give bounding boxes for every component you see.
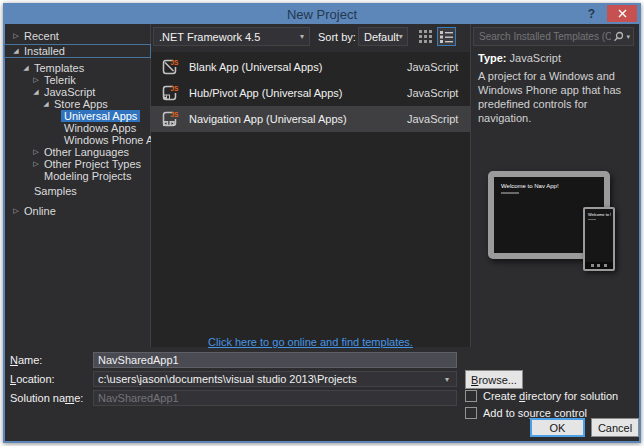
tree-item-label: Other Languages <box>41 146 132 158</box>
svg-text:JS: JS <box>171 85 180 92</box>
chevron-expanded-icon: ◢ <box>21 62 31 74</box>
close-icon <box>618 9 627 18</box>
tree-item-label: Installed <box>21 45 68 57</box>
chevron-right-icon: ▷ <box>31 74 41 86</box>
framework-dropdown-value: .NET Framework 4.5 <box>159 31 260 43</box>
solution-name-label: Solution name: <box>10 392 83 404</box>
search-box[interactable]: ▾ <box>473 27 634 46</box>
template-item-blank-app[interactable]: JS Blank App (Universal Apps) JavaScript <box>151 54 470 80</box>
svg-text:JS: JS <box>171 111 180 118</box>
tree-item-windows-apps[interactable]: Windows Apps <box>5 122 150 134</box>
tree-item-label: Windows Apps <box>61 122 139 134</box>
template-type-line: Type: JavaScript <box>478 52 561 64</box>
dialog-body: ▷ Recent ◢ Installed ◢ Templates ▷ Teler… <box>5 24 639 441</box>
template-details-panel: ▾ Type: JavaScript A project for a Windo… <box>470 24 639 350</box>
template-item-hub-pivot-app[interactable]: JS Hub/Pivot App (Universal Apps) JavaSc… <box>151 80 470 106</box>
create-directory-checkbox[interactable] <box>465 390 477 402</box>
template-name: Blank App (Universal Apps) <box>189 61 322 73</box>
add-source-control-checkbox[interactable] <box>465 407 477 419</box>
tree-item-label: Modeling Projects <box>41 170 134 182</box>
ok-button[interactable]: OK <box>530 418 585 437</box>
list-view-icon <box>440 30 453 43</box>
tree-item-other-languages[interactable]: ▷ Other Languages <box>5 146 150 158</box>
preview-title: Welcome to Nav App! <box>585 209 611 217</box>
chevron-right-icon: ▷ <box>31 146 41 158</box>
tree-item-store-apps[interactable]: ◢ Store Apps <box>5 98 150 110</box>
preview-subtext-line <box>588 219 596 220</box>
tree-item-windows-phone-apps[interactable]: Windows Phone Apps <box>5 134 150 146</box>
template-name-selected: Navigation App (Universal Apps) <box>189 113 347 125</box>
close-button[interactable] <box>607 5 637 22</box>
new-project-dialog: New Project ? ▷ Recent ◢ Installed ◢ Tem… <box>3 3 641 443</box>
chevron-down-icon[interactable]: ▾ <box>445 375 449 384</box>
chevron-expanded-icon: ◢ <box>41 98 51 110</box>
create-directory-label[interactable]: Create directory for solution <box>483 390 618 402</box>
tree-item-label: Online <box>21 205 59 217</box>
tree-item-label: JavaScript <box>41 86 98 98</box>
project-name-input[interactable] <box>93 352 457 368</box>
framework-dropdown[interactable]: .NET Framework 4.5 ▾ <box>153 27 310 46</box>
tree-item-label: Templates <box>31 62 87 74</box>
tree-item-installed[interactable]: ◢ Installed <box>5 45 150 57</box>
tree-item-label: Recent <box>21 30 62 42</box>
sort-dropdown-value: Default <box>364 31 399 43</box>
location-label: Location: <box>10 373 55 385</box>
tree-item-label: Telerik <box>41 74 79 86</box>
tree-item-javascript[interactable]: ◢ JavaScript <box>5 86 150 98</box>
template-category-tree: ▷ Recent ◢ Installed ◢ Templates ▷ Teler… <box>5 24 150 217</box>
tree-item-modeling-projects[interactable]: Modeling Projects <box>5 170 150 182</box>
tree-item-online[interactable]: ▷ Online <box>5 205 150 217</box>
phone-search-icon <box>604 264 607 267</box>
go-online-templates-link[interactable]: Click here to go online and find templat… <box>151 336 470 348</box>
tree-item-templates[interactable]: ◢ Templates <box>5 62 150 74</box>
template-language: JavaScript <box>407 87 458 99</box>
sort-dropdown[interactable]: Default ▾ <box>358 27 408 46</box>
tree-item-other-project-types[interactable]: ▷ Other Project Types <box>5 158 150 170</box>
tree-item-label: Store Apps <box>51 98 111 110</box>
chevron-right-icon: ▷ <box>11 30 21 42</box>
tree-item-telerik[interactable]: ▷ Telerik <box>5 74 150 86</box>
sort-by-label: Sort by: <box>318 31 356 43</box>
tree-item-samples[interactable]: Samples <box>5 185 150 197</box>
chevron-right-icon: ▷ <box>11 205 21 217</box>
chevron-right-icon: ▷ <box>31 158 41 170</box>
solution-name-input[interactable] <box>93 390 457 406</box>
template-description: A project for a Windows and Windows Phon… <box>478 69 630 125</box>
template-item-navigation-app[interactable]: JS Navigation App (Universal Apps) JavaS… <box>151 106 470 132</box>
search-icon <box>613 31 624 42</box>
template-list-panel: .NET Framework 4.5 ▾ Sort by: Default ▾ <box>150 24 470 350</box>
phone-start-icon <box>597 264 600 267</box>
cancel-button[interactable]: Cancel <box>591 418 639 437</box>
tree-item-label-selected: Universal Apps <box>61 110 140 122</box>
help-icon[interactable]: ? <box>588 7 595 21</box>
chevron-expanded-icon: ◢ <box>31 86 41 98</box>
chevron-down-icon: ▾ <box>399 32 403 41</box>
location-input[interactable] <box>93 371 457 387</box>
chevron-expanded-icon: ◢ <box>11 45 21 57</box>
svg-text:JS: JS <box>171 59 180 66</box>
template-list: JS Blank App (Universal Apps) JavaScript <box>151 52 470 347</box>
template-name: Hub/Pivot App (Universal Apps) <box>189 87 342 99</box>
small-icons-view-icon <box>419 30 432 43</box>
list-view-button[interactable] <box>437 27 456 46</box>
template-preview-phone: Welcome to Nav App! <box>583 207 615 271</box>
template-language: JavaScript <box>407 61 458 73</box>
browse-button[interactable]: Browse... <box>465 370 523 389</box>
tree-item-recent[interactable]: ▷ Recent <box>5 30 150 42</box>
chevron-down-icon: ▾ <box>300 32 304 41</box>
navigation-app-js-icon: JS <box>159 109 179 129</box>
name-label: Name: <box>10 354 42 366</box>
phone-back-icon <box>591 264 594 267</box>
tree-item-label: Other Project Types <box>41 158 144 170</box>
tree-item-label: Samples <box>31 185 80 197</box>
tree-item-universal-apps[interactable]: Universal Apps <box>5 110 150 122</box>
type-value: JavaScript <box>510 52 561 64</box>
title-bar[interactable]: New Project ? <box>5 5 639 24</box>
type-label: Type: <box>478 52 507 64</box>
preview-title: Welcome to Nav App! <box>494 177 604 189</box>
dialog-title: New Project <box>5 7 639 22</box>
search-input[interactable] <box>477 30 613 43</box>
preview-subtext-line <box>501 192 519 194</box>
small-icons-view-button[interactable] <box>416 27 435 46</box>
template-language: JavaScript <box>407 113 458 125</box>
